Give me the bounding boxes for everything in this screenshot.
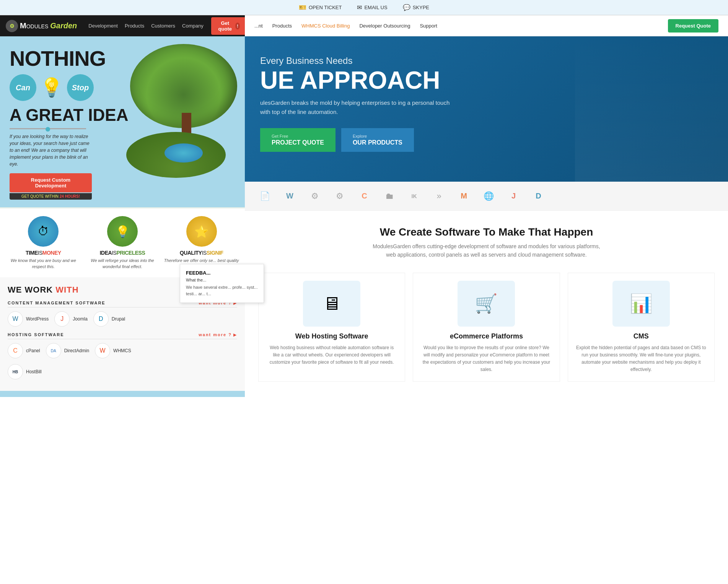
feature-time-desc: We know that you are busy and we respect…	[6, 258, 81, 270]
cpanel-label: cPanel	[26, 348, 40, 353]
modules-text: MODULES	[20, 21, 48, 30]
email-us-link[interactable]: ✉ EMAIL US	[357, 4, 387, 11]
directadmin-logo: DA	[46, 343, 61, 358]
wordpress-item: W WordPress	[8, 311, 49, 327]
ecommerce-card-image: 🛒	[458, 281, 515, 327]
hosting-want-more[interactable]: want more ? ▶	[199, 332, 237, 337]
open-ticket-label: OPEN TICKET	[309, 5, 342, 10]
skype-label: SKYPE	[413, 5, 429, 10]
main-title: We Create Software To Make That Happen	[258, 226, 715, 238]
hostbill-item: HB HostBill	[8, 364, 42, 379]
main-desc: ModulesGarden offers cutting-edge develo…	[372, 242, 601, 259]
cms-tech-row: W WordPress J Joomla D Drupal	[8, 311, 237, 327]
cpanel-logo: C	[8, 343, 23, 358]
drupal-item: D Drupal	[93, 311, 125, 327]
skype-icon: 💬	[403, 4, 410, 11]
right-hero: Every Business Needs UE APPROACH ulesGar…	[245, 36, 728, 182]
nav-support[interactable]: Support	[420, 23, 437, 29]
nav-products[interactable]: Products	[125, 23, 144, 29]
garden-text: Garden	[50, 21, 77, 30]
platform-icon-arrows: »	[430, 187, 448, 205]
hero-nothing: NOTHING	[10, 48, 235, 69]
feedback-text: We have several extre... profe... syst..…	[186, 284, 258, 297]
explore-products-button[interactable]: Explore OUR PRODUCTS	[341, 128, 414, 152]
platform-icon-globe: 🌐	[480, 187, 497, 205]
cms-card-title: CMS	[576, 332, 707, 340]
split-container: ⚙ MODULESGarden Development Products Cus…	[0, 15, 728, 397]
exclaim-icon: !	[235, 23, 240, 29]
stop-badge: Stop	[67, 74, 94, 101]
top-bar: 🎫 OPEN TICKET ✉ EMAIL US 💬 SKYPE	[0, 0, 728, 15]
idea-priceless-icon: 💡	[107, 216, 138, 247]
service-card-ecommerce: 🛒 eCommerce Platforms Would you like to …	[413, 273, 560, 382]
joomla-label: Joomla	[73, 316, 88, 322]
platforms-strip: 📄 W ⚙ ⚙ C 🖿 IK » M 🌐 J D	[245, 182, 728, 211]
hero-desc-text: ulesGarden breaks the mold by helping en…	[260, 98, 451, 117]
nav-company[interactable]: Company	[182, 23, 204, 29]
nav-customers[interactable]: Customers	[151, 23, 175, 29]
nav-whmcs-billing[interactable]: WHMCS Cloud Billing	[301, 23, 350, 29]
can-stop-row: Can 💡 Stop	[10, 72, 235, 103]
hosting-card-image: 🖥	[303, 281, 360, 327]
hero-great-idea: A GREAT IDEA	[10, 106, 235, 124]
hero-divider	[10, 128, 86, 129]
nav-developer-outsourcing[interactable]: Developer Outsourcing	[359, 23, 410, 29]
platform-icon-gear1: ⚙	[306, 187, 323, 205]
platform-icon-file: 🖿	[381, 187, 398, 205]
feature-idea-desc: We will reforge your ideas into the wond…	[85, 258, 160, 270]
request-quote-button[interactable]: Request Quote	[668, 19, 718, 33]
feedback-overlay: FEEDBA... What the... We have several ex…	[180, 264, 264, 303]
platform-icon-magento: M	[455, 187, 472, 205]
right-main-content: We Create Software To Make That Happen M…	[245, 211, 728, 397]
wordpress-label: WordPress	[26, 316, 49, 322]
feature-idea-title: IDEAISPRICELESS	[85, 250, 160, 256]
hosting-tech-row: C cPanel DA DirectAdmin W WHMCS	[8, 343, 237, 358]
ecommerce-card-title: eCommerce Platforms	[421, 332, 552, 340]
get-quote-button[interactable]: Get quote !	[211, 17, 246, 35]
nav-products-right[interactable]: Products	[272, 23, 292, 29]
request-dev-button[interactable]: Request Custom Development	[10, 173, 92, 192]
right-navbar: ...nt Products WHMCS Cloud Billing Devel…	[245, 15, 728, 36]
logo-icon: ⚙	[6, 20, 18, 32]
drupal-logo: D	[93, 311, 109, 327]
service-card-cms: 📊 CMS Exploit the hidden potential of pa…	[568, 273, 715, 382]
hostbill-row: HB HostBill	[8, 364, 237, 379]
left-hero: NOTHING Can 💡 Stop A GREAT IDEA If you a…	[0, 36, 245, 207]
directadmin-label: DirectAdmin	[64, 348, 89, 353]
whmcs-label: WHMCS	[113, 348, 131, 353]
hosting-card-desc: Web hosting business without reliable au…	[266, 344, 397, 366]
feature-idea-priceless: 💡 IDEAISPRICELESS We will reforge your i…	[85, 216, 160, 270]
right-panel: ...nt Products WHMCS Cloud Billing Devel…	[245, 15, 728, 397]
hosting-section-header: HOSTING SOFTWARE want more ? ▶	[8, 332, 237, 339]
btn1-large: PROJECT QUOTE	[272, 139, 324, 146]
nav-development[interactable]: Development	[88, 23, 118, 29]
feature-quality: ⭐ QUALITYISSIGNIF Therefore we offer onl…	[164, 216, 239, 270]
hostbill-label: HostBill	[26, 369, 42, 374]
wordpress-logo: W	[8, 311, 23, 327]
btn2-small: Explore	[353, 134, 367, 138]
left-logo: ⚙ MODULESGarden	[6, 20, 77, 32]
get-quote-label: Get quote	[217, 20, 233, 32]
project-quote-button[interactable]: Get Free PROJECT QUOTE	[260, 128, 335, 152]
cms-card-desc: Exploit the hidden potential of pages an…	[576, 344, 707, 374]
get-quote-within: GET QUOTE WITHIN 24 HOURS!	[10, 193, 92, 200]
hero-text: NOTHING Can 💡 Stop A GREAT IDEA If you a…	[10, 48, 235, 200]
joomla-logo: J	[54, 311, 70, 327]
time-money-icon: ⏱	[28, 216, 59, 247]
whmcs-logo: W	[95, 343, 110, 358]
skype-link[interactable]: 💬 SKYPE	[403, 4, 429, 11]
cpanel-item: C cPanel	[8, 343, 40, 358]
nav-nt[interactable]: ...nt	[254, 23, 263, 29]
feature-time-title: TIMEISMONEY	[6, 250, 81, 256]
btn2-large: OUR PRODUCTS	[353, 139, 402, 146]
feature-time-money: ⏱ TIMEISMONEY We know that you are busy …	[6, 216, 81, 270]
platform-icon-0: 📄	[256, 187, 274, 205]
bulb-icon: 💡	[40, 72, 63, 103]
ecommerce-card-desc: Would you like to improve the results of…	[421, 344, 552, 374]
city-silhouette-decoration	[575, 36, 728, 182]
drupal-label: Drupal	[112, 316, 125, 322]
btn1-small: Get Free	[272, 134, 288, 138]
joomla-item: J Joomla	[54, 311, 88, 327]
open-ticket-link[interactable]: 🎫 OPEN TICKET	[299, 4, 342, 11]
can-badge: Can	[10, 74, 36, 101]
